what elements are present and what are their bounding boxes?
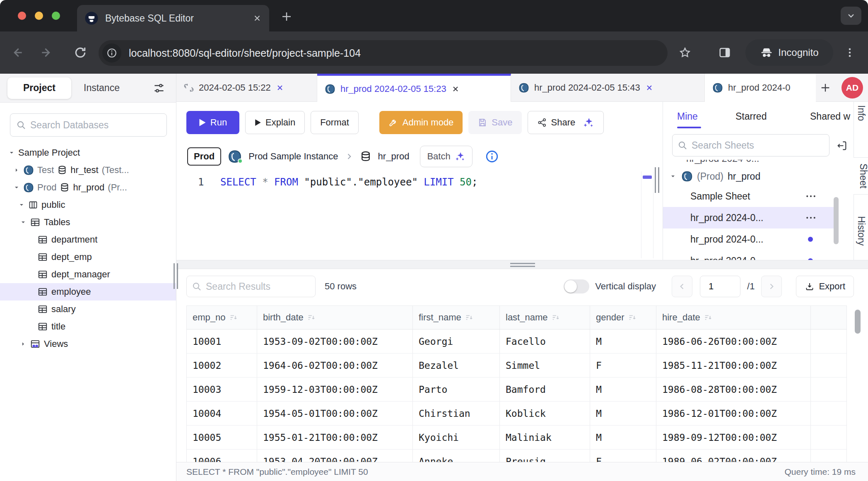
cell[interactable]: 10005 bbox=[187, 426, 257, 449]
tree-item-table-employee-selected[interactable]: employee bbox=[0, 283, 176, 301]
admin-mode-button[interactable]: Admin mode bbox=[379, 111, 463, 134]
cell[interactable]: Chirstian bbox=[413, 402, 500, 425]
tab-close-icon[interactable] bbox=[253, 14, 262, 23]
tab-close-icon[interactable] bbox=[276, 84, 284, 92]
share-button[interactable]: Share bbox=[528, 111, 604, 134]
batch-button[interactable]: Batch bbox=[420, 146, 472, 167]
tab-shared-with-me[interactable]: Shared w bbox=[810, 111, 850, 122]
cell[interactable]: Anneke bbox=[413, 450, 500, 462]
cell[interactable]: F bbox=[590, 450, 656, 462]
editor-panel-resize-handle[interactable] bbox=[653, 167, 660, 193]
column-header-gender[interactable]: gender bbox=[590, 306, 656, 329]
cell[interactable]: Bamford bbox=[500, 378, 590, 401]
new-worksheet-button[interactable] bbox=[816, 74, 835, 102]
cell[interactable]: 1964-06-02T00:00:00Z bbox=[257, 354, 413, 377]
cell[interactable]: 10001 bbox=[187, 329, 257, 353]
run-button[interactable]: Run bbox=[186, 111, 239, 134]
browser-tab[interactable]: Bytebase SQL Editor bbox=[77, 5, 269, 31]
new-browser-tab-button[interactable] bbox=[277, 7, 297, 26]
cell[interactable]: Preusig bbox=[500, 450, 590, 462]
explain-button[interactable]: Explain bbox=[245, 111, 305, 134]
cell[interactable]: 10006 bbox=[187, 450, 257, 462]
ai-sparkles-icon[interactable] bbox=[583, 117, 594, 128]
cell[interactable]: Georgi bbox=[413, 329, 500, 353]
prev-page-button[interactable] bbox=[672, 276, 692, 297]
user-avatar[interactable]: AD bbox=[841, 77, 863, 99]
sheet-item-selected[interactable]: hr_prod 2024-0... bbox=[663, 207, 839, 228]
vertical-display-toggle[interactable] bbox=[564, 279, 589, 293]
cell[interactable]: 1955-01-21T00:00:00Z bbox=[257, 426, 413, 449]
cell[interactable]: 10002 bbox=[187, 354, 257, 377]
search-databases-input[interactable]: Search Databases bbox=[10, 113, 167, 137]
cell[interactable]: Maliniak bbox=[500, 426, 590, 449]
search-sheets-input[interactable]: Search Sheets bbox=[672, 134, 829, 156]
tree-item-sample-project[interactable]: Sample Project bbox=[0, 144, 176, 161]
tab-project[interactable]: Project bbox=[7, 77, 71, 99]
tree-item-tables-group[interactable]: Tables bbox=[0, 214, 176, 231]
cell[interactable]: 1954-05-01T00:00:00Z bbox=[257, 402, 413, 425]
side-tab-info[interactable]: Info bbox=[856, 105, 867, 121]
sheet-item-unsaved-partial[interactable]: hr_prod 2024-0 bbox=[663, 250, 839, 260]
tab-close-icon[interactable] bbox=[645, 84, 653, 92]
reload-icon[interactable] bbox=[70, 43, 90, 63]
cell[interactable]: Facello bbox=[500, 329, 590, 353]
cell[interactable]: 1953-09-02T00:00:00Z bbox=[257, 329, 413, 353]
editor-minimap[interactable] bbox=[641, 171, 653, 258]
collapse-panel-icon[interactable] bbox=[836, 140, 848, 152]
sidebar-resize-handle[interactable] bbox=[172, 263, 179, 289]
more-actions-icon[interactable] bbox=[805, 190, 817, 202]
cell[interactable]: Kyoichi bbox=[413, 426, 500, 449]
column-header-birth-date[interactable]: birth_date bbox=[257, 306, 413, 329]
cell[interactable]: 1953-04-20T00:00:00Z bbox=[257, 450, 413, 462]
tree-item-hr-test[interactable]: Test hr_test (Test... bbox=[0, 161, 176, 179]
column-header-emp-no[interactable]: emp_no bbox=[187, 306, 257, 329]
cell[interactable]: M bbox=[590, 329, 656, 353]
format-button[interactable]: Format bbox=[311, 111, 359, 134]
cell[interactable]: Simmel bbox=[500, 354, 590, 377]
tree-item-table-title[interactable]: title bbox=[0, 318, 176, 335]
sheet-item-sample-sheet[interactable]: Sample Sheet bbox=[663, 185, 839, 207]
cell[interactable]: M bbox=[590, 402, 656, 425]
column-header-last-name[interactable]: last_name bbox=[500, 306, 590, 329]
sheet-group-hr-prod[interactable]: (Prod) hr_prod bbox=[663, 167, 845, 185]
sql-code-line[interactable]: SELECT * FROM "public"."employee" LIMIT … bbox=[220, 176, 477, 188]
tab-close-icon[interactable] bbox=[451, 85, 460, 93]
divider-drag-handle[interactable] bbox=[510, 263, 535, 269]
browser-menu-icon[interactable] bbox=[840, 43, 860, 63]
tree-item-views-group[interactable]: Views bbox=[0, 335, 176, 353]
cell[interactable]: 1989-09-12T00:00:00Z bbox=[656, 426, 811, 449]
sql-editor[interactable]: 1 SELECT * FROM "public"."employee" LIMI… bbox=[176, 170, 663, 260]
cell[interactable]: 1989-06-02T00:00:00Z bbox=[656, 450, 811, 462]
side-panel-icon[interactable] bbox=[715, 43, 735, 63]
export-button[interactable]: Export bbox=[796, 276, 854, 297]
window-close-button[interactable] bbox=[18, 12, 26, 20]
cell[interactable]: Parto bbox=[413, 378, 500, 401]
results-resize-divider[interactable] bbox=[176, 260, 868, 269]
site-info-icon[interactable] bbox=[102, 43, 121, 63]
next-page-button[interactable] bbox=[761, 276, 782, 297]
cell[interactable]: Bezalel bbox=[413, 354, 500, 377]
side-tab-history[interactable]: History bbox=[856, 216, 867, 246]
cell[interactable]: 1986-06-26T00:00:00Z bbox=[656, 329, 811, 353]
tree-item-table-department[interactable]: department bbox=[0, 231, 176, 248]
worksheet-tab-2-active[interactable]: hr_prod 2024-02-05 15:23 bbox=[317, 74, 511, 102]
cell[interactable]: F bbox=[590, 354, 656, 377]
tab-mine[interactable]: Mine bbox=[677, 111, 698, 122]
tree-item-hr-prod[interactable]: Prod hr_prod (Pr... bbox=[0, 179, 176, 196]
back-icon[interactable] bbox=[7, 43, 27, 63]
column-header-first-name[interactable]: first_name bbox=[413, 306, 500, 329]
cell[interactable]: 10003 bbox=[187, 378, 257, 401]
save-button[interactable]: Save bbox=[468, 111, 521, 134]
cell[interactable]: 1986-08-28T00:00:00Z bbox=[656, 378, 811, 401]
connection-info-icon[interactable] bbox=[485, 149, 499, 164]
window-zoom-button[interactable] bbox=[52, 12, 60, 20]
cell[interactable]: Koblick bbox=[500, 402, 590, 425]
tab-starred[interactable]: Starred bbox=[735, 111, 767, 122]
url-bar[interactable]: localhost:8080/sql-editor/sheet/project-… bbox=[99, 40, 668, 66]
results-scrollbar[interactable] bbox=[855, 310, 861, 334]
cell[interactable]: M bbox=[590, 378, 656, 401]
sheets-scrollbar[interactable] bbox=[834, 197, 839, 247]
cell[interactable]: 1959-12-03T00:00:00Z bbox=[257, 378, 413, 401]
side-tab-sheet[interactable]: Sheet bbox=[854, 157, 868, 195]
worksheet-tab-4[interactable]: hr_prod 2024-0 bbox=[705, 74, 816, 102]
